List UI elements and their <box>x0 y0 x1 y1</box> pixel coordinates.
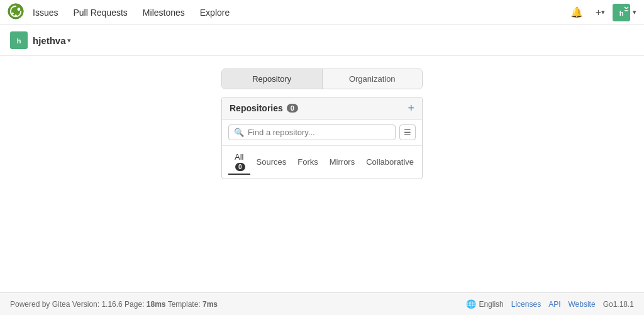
globe-icon: 🌐 <box>466 299 476 309</box>
milestones-link[interactable]: Milestones <box>136 4 191 21</box>
repositories-section: Repositories 0 + 🔍 ☰ All0 <box>221 97 423 179</box>
user-bar: h hjethva ▾ <box>0 25 644 56</box>
language-label: English <box>479 300 503 309</box>
topnav-right: 🔔 + ▾ h ▾ <box>565 3 636 22</box>
svg-point-4 <box>14 14 16 16</box>
website-link[interactable]: Website <box>568 300 595 309</box>
notifications-button[interactable]: 🔔 <box>565 3 588 22</box>
create-button[interactable]: + ▾ <box>591 3 610 22</box>
filter-icon: ☰ <box>404 128 411 137</box>
footer-powered-by: Powered by Gitea Version: 1.16.6 Page: <box>10 300 147 309</box>
filter-forks[interactable]: Forks <box>292 155 323 170</box>
dashboard-panel: Repository Organization Repositories 0 +… <box>221 69 423 179</box>
footer-template-label: Template: <box>166 300 203 309</box>
userbar-avatar: h <box>10 31 28 49</box>
svg-text:h: h <box>619 9 624 17</box>
repos-header-left: Repositories 0 <box>230 103 298 113</box>
plus-icon: + <box>596 7 601 18</box>
filter-all[interactable]: All0 <box>228 150 250 175</box>
footer-template-time: 7ms <box>203 300 218 309</box>
tab-organization[interactable]: Organization <box>323 69 423 89</box>
search-input[interactable] <box>248 128 390 137</box>
create-dropdown-arrow: ▾ <box>601 8 605 16</box>
gitea-logo[interactable] <box>8 3 24 21</box>
filter-button[interactable]: ☰ <box>399 124 416 140</box>
api-link[interactable]: API <box>548 300 560 309</box>
filter-mirrors[interactable]: Mirrors <box>325 155 360 170</box>
repos-count-badge: 0 <box>287 104 298 113</box>
explore-link[interactable]: Explore <box>194 4 236 21</box>
footer: Powered by Gitea Version: 1.16.6 Page: 1… <box>0 292 644 315</box>
all-count-badge: 0 <box>235 163 245 171</box>
panel-tabs: Repository Organization <box>221 69 423 89</box>
go-version: Go1.18.1 <box>603 300 634 309</box>
svg-text:h: h <box>17 37 21 45</box>
licenses-link[interactable]: Licenses <box>511 300 541 309</box>
language-selector[interactable]: 🌐 English <box>466 299 503 309</box>
search-icon: 🔍 <box>234 128 244 137</box>
issues-link[interactable]: Issues <box>26 4 64 21</box>
username-label[interactable]: hjethva <box>33 35 66 46</box>
repos-search-field: 🔍 <box>228 124 396 140</box>
bell-icon: 🔔 <box>570 6 583 18</box>
pull-requests-link[interactable]: Pull Requests <box>67 4 133 21</box>
svg-point-3 <box>12 13 14 14</box>
username-dropdown-icon[interactable]: ▾ <box>67 36 71 45</box>
footer-left: Powered by Gitea Version: 1.16.6 Page: 1… <box>10 300 466 309</box>
filter-sources[interactable]: Sources <box>252 155 292 170</box>
user-avatar-menu[interactable]: h <box>613 4 630 21</box>
repos-add-button[interactable]: + <box>408 102 414 114</box>
filter-collaborative[interactable]: Collaborative <box>361 155 419 170</box>
repos-header: Repositories 0 + <box>222 97 422 119</box>
top-navigation: Issues Pull Requests Milestones Explore … <box>0 0 644 25</box>
svg-point-2 <box>17 8 20 11</box>
repos-title: Repositories <box>230 103 283 113</box>
user-dropdown-arrow[interactable]: ▾ <box>633 8 636 16</box>
main-content: Repository Organization Repositories 0 +… <box>0 56 644 292</box>
footer-right: 🌐 English Licenses API Website Go1.18.1 <box>466 299 634 309</box>
repos-filter-tabs: All0 Sources Forks Mirrors Collaborative <box>222 146 422 179</box>
footer-page-time: 18ms <box>147 300 166 309</box>
repos-search-area: 🔍 ☰ <box>222 119 422 146</box>
tab-repository[interactable]: Repository <box>222 69 323 89</box>
